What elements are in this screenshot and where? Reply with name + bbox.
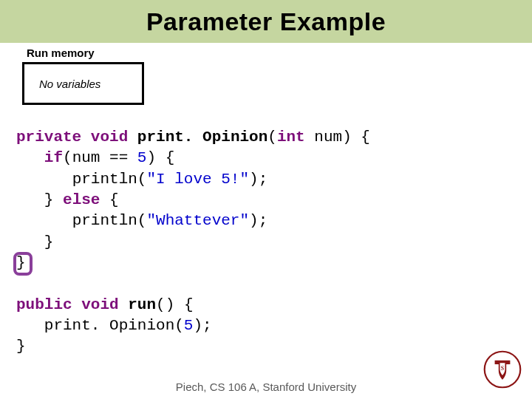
stanford-logo-icon: S: [483, 350, 522, 389]
method-name-printopinion: print. Opinion: [137, 129, 267, 146]
code-text: ) {: [146, 149, 174, 166]
highlight-closing-brace: [13, 252, 33, 276]
title-bar: Parameter Example: [0, 0, 532, 43]
code-text: );: [193, 317, 211, 334]
code-brace: }: [44, 191, 63, 208]
code-indent: [16, 171, 72, 188]
param-name: num) {: [305, 129, 370, 146]
code-call: println(: [72, 212, 147, 229]
number-literal: 5: [184, 317, 194, 334]
keyword-public: public: [16, 296, 72, 313]
code-indent: [16, 317, 44, 334]
keyword-void: void: [91, 129, 128, 146]
keyword-void: void: [81, 296, 118, 313]
footer-text: Piech, CS 106 A, Stanford University: [0, 381, 532, 393]
keyword-else: else: [63, 191, 100, 208]
code-call: println(: [72, 171, 147, 188]
code-text: (num ==: [63, 149, 137, 166]
code-text: {: [100, 191, 118, 208]
code-text: );: [249, 171, 267, 188]
code-block: private void print. Opinion(int num) { i…: [16, 127, 370, 358]
number-literal: 5: [137, 149, 147, 166]
memory-box: No variables: [22, 62, 144, 105]
keyword-if: if: [44, 149, 63, 166]
memory-box-text: No variables: [39, 78, 100, 90]
code-call: print. Opinion(: [44, 317, 184, 334]
code-text: () {: [156, 296, 193, 313]
svg-text:S: S: [501, 365, 504, 372]
string-literal: "I love 5!": [146, 171, 249, 188]
keyword-private: private: [16, 129, 81, 146]
code-line: }: [16, 338, 26, 355]
slide-title: Parameter Example: [146, 7, 386, 36]
method-name-run: run: [128, 296, 156, 313]
run-memory-label: Run memory: [27, 47, 95, 59]
code-indent: [16, 191, 44, 208]
type-int: int: [277, 129, 305, 146]
code-indent: [16, 149, 44, 166]
code-line: }: [16, 233, 53, 250]
code-indent: [16, 212, 72, 229]
string-literal: "Whattever": [146, 212, 249, 229]
code-text: );: [249, 212, 267, 229]
